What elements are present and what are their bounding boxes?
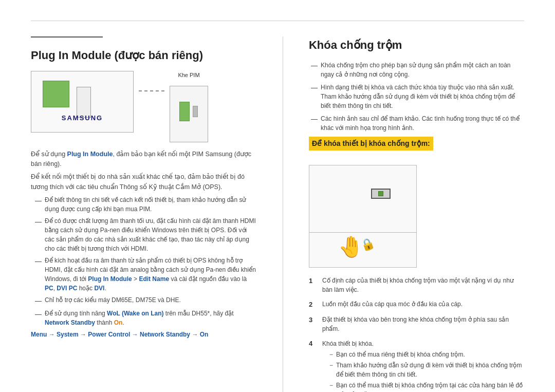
khe-pim-label: Khe PIM bbox=[178, 71, 199, 80]
pim-port bbox=[193, 106, 198, 117]
step-1: 1 Cố định cáp của thiết bị khóa chống tr… bbox=[309, 276, 524, 294]
sub-bullet-2: − Tham khảo hướng dẫn sử dụng đi kèm với… bbox=[322, 361, 524, 379]
pim-green-element bbox=[179, 102, 190, 121]
bullet-4: — Chỉ hỗ trợ các kiểu máy DM65E, DM75E v… bbox=[31, 295, 257, 306]
step-3-text: Đặt thiết bị khóa vào bên trong khe khóa… bbox=[322, 315, 524, 333]
step-3-num: 3 bbox=[309, 315, 317, 325]
right-bullet-3-text: Các hình ảnh sau chỉ để tham khảo. Các t… bbox=[321, 114, 524, 133]
intro-text-1: Để sử dụng Plug In Module, đảm bảo bạn k… bbox=[31, 150, 257, 170]
lock-diagram: ✋ 🔒 bbox=[309, 165, 417, 268]
step-2: 2 Luồn một đầu của cáp qua móc ở đầu kia… bbox=[309, 300, 524, 310]
green-module-square bbox=[43, 81, 69, 107]
samsung-device-box: SAMSUNG bbox=[31, 71, 134, 133]
sub-bullet-2-text: Tham khảo hướng dẫn sử dụng đi kèm với t… bbox=[336, 361, 524, 379]
on-bold: On bbox=[114, 319, 123, 326]
sub-bullet-3: − Bạn có thể mua thiết bị khóa chống trộ… bbox=[322, 381, 524, 392]
dvi-bold: DVI bbox=[94, 285, 104, 292]
right-column: Khóa chống trộm — Khóa chống trộm cho ph… bbox=[283, 36, 524, 392]
dash-icon-4: — bbox=[35, 296, 42, 306]
dash-icon-3: — bbox=[35, 256, 42, 293]
bullet-3-content: Để kích hoạt đầu ra âm thanh từ sản phẩm… bbox=[45, 256, 257, 293]
lock-slot-green bbox=[378, 191, 383, 196]
hand-icon: ✋ bbox=[338, 231, 363, 262]
step-2-num: 2 bbox=[309, 300, 317, 310]
dash-icon-2: — bbox=[35, 217, 42, 253]
right-bullet-2: — Hình dạng thiết bị khóa và cách thức k… bbox=[309, 83, 524, 110]
right-dash-2: — bbox=[311, 83, 318, 110]
step-4: 4 Khóa thiết bị khóa. − Bạn có thể mua r… bbox=[309, 339, 524, 393]
sub-bullet-3-text: Bạn có thể mua thiết bị khóa chống trộm … bbox=[336, 381, 524, 392]
wol-bold: WoL (Wake on Lan) bbox=[107, 310, 163, 317]
step-3: 3 Đặt thiết bị khóa vào bên trong khe kh… bbox=[309, 315, 524, 333]
numbered-steps: 1 Cố định cáp của thiết bị khóa chống tr… bbox=[309, 276, 524, 392]
bullet-3: — Để kích hoạt đầu ra âm thanh từ sản ph… bbox=[31, 256, 257, 293]
right-bullet-1: — Khóa chống trộm cho phép bạn sử dụng s… bbox=[309, 61, 524, 79]
sub-bullet-1: − Bạn có thể mua riêng thiết bị khóa chố… bbox=[322, 350, 524, 359]
step-2-text: Luồn một đầu của cáp qua móc ở đầu kia c… bbox=[322, 300, 462, 309]
intro-text-2: Để kết nối một thiết bị do nhà sản xuất … bbox=[31, 172, 257, 192]
step-1-text: Cố định cáp của thiết bị khóa chống trộm… bbox=[322, 276, 524, 294]
plug-in-module-diagram: SAMSUNG Khe PIM bbox=[31, 71, 257, 142]
sub-dash-1: − bbox=[329, 350, 333, 359]
right-bullet-2-text: Hình dạng thiết bị khóa và cách thức khó… bbox=[321, 83, 524, 110]
bullet-1: — Để biết thông tin chi tiết về cách kết… bbox=[31, 195, 257, 214]
page: Plug In Module (được bán riêng) SAMSUNG bbox=[0, 0, 555, 392]
bullet-5-content: Để sử dụng tính năng WoL (Wake on Lan) t… bbox=[45, 309, 257, 327]
left-column: Plug In Module (được bán riêng) SAMSUNG bbox=[31, 36, 257, 392]
right-section-title: Khóa chống trộm bbox=[309, 36, 524, 53]
samsung-logo-text: SAMSUNG bbox=[62, 113, 103, 123]
plug-in-module-bold-1: Plug In Module bbox=[67, 151, 113, 158]
step-1-num: 1 bbox=[309, 276, 317, 286]
bullet-5: — Để sử dụng tính năng WoL (Wake on Lan)… bbox=[31, 309, 257, 327]
sub-bullet-1-text: Bạn có thể mua riêng thiết bị khóa chống… bbox=[336, 350, 465, 359]
step-4-num: 4 bbox=[309, 339, 317, 349]
lock-subtitle-highlight: Để khóa thiết bị khóa chống trộm: bbox=[309, 137, 433, 151]
plug-in-module-bold-2: Plug In Module bbox=[88, 275, 132, 283]
dash-icon-5: — bbox=[35, 309, 42, 327]
dashed-line bbox=[139, 90, 164, 91]
samsung-monitor-outline: SAMSUNG bbox=[31, 71, 134, 133]
step-4-content: Khóa thiết bị khóa. − Bạn có thể mua riê… bbox=[322, 339, 524, 393]
edit-name-bold: Edit Name bbox=[139, 275, 169, 283]
right-dash-3: — bbox=[311, 114, 318, 133]
two-column-layout: Plug In Module (được bán riêng) SAMSUNG bbox=[31, 36, 524, 392]
step-4-text: Khóa thiết bị khóa. bbox=[322, 340, 374, 347]
network-standby-bold: Network Standby bbox=[45, 319, 95, 326]
left-section-title: Plug In Module (được bán riêng) bbox=[31, 47, 257, 64]
dvi-pc-bold: DVI PC bbox=[57, 285, 77, 292]
dash-icon-1: — bbox=[35, 196, 42, 214]
sub-dash-2: − bbox=[329, 361, 333, 379]
bullet-2: — Để có được chất lượng âm thanh tối ưu,… bbox=[31, 216, 257, 253]
section-top-line bbox=[31, 36, 103, 38]
bullet-2-text: Để có được chất lượng âm thanh tối ưu, đ… bbox=[45, 216, 257, 253]
bullet-1-text: Để biết thông tin chi tiết về cách kết n… bbox=[45, 195, 257, 214]
lock-slot-box bbox=[371, 189, 391, 199]
menu-path: Menu → System → Power Control → Network … bbox=[31, 330, 257, 339]
khe-pim-area: Khe PIM bbox=[170, 71, 208, 142]
sub-dash-3: − bbox=[329, 381, 333, 392]
right-bullet-3: — Các hình ảnh sau chỉ để tham khảo. Các… bbox=[309, 114, 524, 133]
right-dash-1: — bbox=[311, 61, 318, 79]
top-divider bbox=[31, 21, 524, 21]
bullet-4-text: Chỉ hỗ trợ các kiểu máy DM65E, DM75E và … bbox=[45, 295, 181, 306]
right-bullet-1-text: Khóa chống trộm cho phép bạn sử dụng sản… bbox=[321, 61, 524, 79]
pim-module-box bbox=[170, 86, 208, 142]
dashed-connector-line bbox=[139, 90, 164, 91]
pc-bold: PC bbox=[45, 285, 53, 292]
